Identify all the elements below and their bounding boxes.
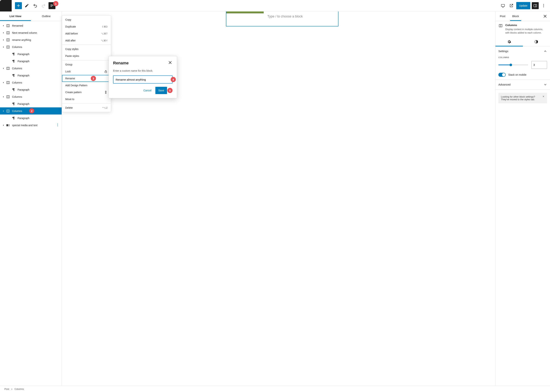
tree-item-label: Next renamed column [12,31,37,34]
tab-list-view[interactable]: List View [0,12,31,21]
ctx-item-label: Delete [65,106,73,109]
annotation-badge-1: 1 [53,1,58,6]
rename-input[interactable] [113,76,173,84]
tree-item-paragraph[interactable]: Paragraph [0,72,62,79]
cancel-button[interactable]: Cancel [141,87,154,94]
tree-item-columns[interactable]: rename anything [0,36,62,43]
ctx-item-duplicate[interactable]: Duplicate⇧⌘D [62,23,111,30]
caret-icon[interactable] [2,124,5,126]
tree-item-columns[interactable]: Columns [0,93,62,100]
ctx-item-lock[interactable]: Lock [62,68,111,75]
tree-item-paragraph[interactable]: Paragraph [0,114,62,122]
chevron-down-icon [543,83,547,86]
block-title: Columns [505,23,547,27]
close-icon [542,94,544,99]
tree-item-paragraph[interactable]: Paragraph [0,100,62,107]
settings-sidebar-toggle[interactable] [532,2,539,9]
tree-item-columns[interactable]: Columns [0,43,62,50]
tree-item-columns[interactable]: Columns [0,65,62,72]
top-toolbar: 1 Update [0,0,550,12]
annotation-badge-4: 4 [171,77,176,82]
ctx-item-label: Move to [65,98,74,101]
annotation-badge-5: 5 [167,88,173,93]
tree-item-paragraph[interactable]: Paragraph [0,58,62,65]
lock-icon [104,70,108,73]
view-post-button[interactable] [508,2,515,9]
tree-item-label: Columns [12,67,22,70]
paragraph-icon [11,52,16,56]
pattern-icon [104,91,108,94]
edit-mode-button[interactable] [23,2,30,9]
editor-main: List View Outline RenamedNext renamed co… [0,12,550,386]
ctx-item-label: Add Design Pattern [65,84,87,87]
caret-icon[interactable] [2,67,5,70]
caret-icon[interactable] [2,46,5,48]
caret-icon[interactable] [2,96,5,98]
paragraph-icon [11,73,16,78]
ctx-item-add-before[interactable]: Add before⌥⌘T [62,30,111,37]
ctx-item-label: Rename [65,77,75,80]
stack-on-mobile-toggle[interactable] [498,73,506,77]
tree-item-columns[interactable]: Next renamed column [0,29,62,36]
caret-icon[interactable] [2,32,5,34]
ctx-item-label: Group [65,63,72,66]
subtab-settings[interactable] [495,37,523,46]
ctx-item-label: Add after [65,39,76,42]
ctx-item-add-after[interactable]: Add after⌥⌘Y [62,37,111,44]
ctx-item-label: Copy styles [65,48,78,50]
block-appender-hint[interactable]: Type / to choose a block [264,12,338,26]
ctx-item-paste-styles[interactable]: Paste styles [62,53,111,59]
wp-logo[interactable] [0,0,12,12]
redo-button[interactable] [40,2,47,9]
ctx-item-copy-styles[interactable]: Copy styles [62,46,111,53]
caret-icon[interactable] [2,39,5,41]
ctx-item-rename[interactable]: Rename3 [62,75,111,82]
ctx-item-group[interactable]: Group [62,61,111,68]
block-tree: RenamedNext renamed columnrename anythin… [0,21,62,386]
media-text-icon [6,123,10,127]
rename-modal: Rename Enter a custom name for this bloc… [108,56,177,98]
preview-desktop-button[interactable] [500,2,506,9]
tree-item-columns[interactable]: Columns2 [0,107,62,114]
tab-post[interactable]: Post [498,12,507,21]
ctx-item-add-design-pattern[interactable]: Add Design Pattern [62,82,111,89]
tree-item-more[interactable] [56,123,59,127]
add-block-button[interactable] [15,2,22,9]
inspector-close-button[interactable] [542,13,549,20]
external-link-icon [509,3,514,8]
wp-icon [3,3,8,8]
breadcrumb-item[interactable]: Post [4,388,9,390]
caret-icon[interactable] [2,81,5,84]
plus-icon [16,3,21,8]
columns-slider[interactable] [498,64,528,65]
save-button[interactable]: Save [155,87,167,94]
caret-icon[interactable] [2,110,5,112]
modal-close-button[interactable] [167,59,174,66]
undo-button[interactable] [32,2,39,9]
ctx-shortcut: ^⌥Z [102,106,108,109]
columns-count-input[interactable] [531,61,547,69]
tree-item-paragraph[interactable]: Paragraph [0,50,62,58]
update-button[interactable]: Update [516,2,530,9]
tree-item-label: Columns [12,81,22,84]
breadcrumb-item[interactable]: Columns [14,388,24,390]
tab-outline[interactable]: Outline [31,12,62,21]
columns-block-placeholder[interactable]: Type / to choose a block [226,12,338,27]
more-menu-button[interactable] [540,2,547,9]
ctx-shortcut: ⌥⌘T [101,32,108,35]
tree-item-columns[interactable]: Renamed [0,22,62,29]
ctx-item-delete[interactable]: Delete^⌥Z [62,104,111,111]
tree-item-paragraph[interactable]: Paragraph [0,86,62,93]
hint-dismiss-button[interactable] [541,94,546,99]
ctx-item-copy[interactable]: Copy [62,16,111,23]
ctx-item-create-pattern[interactable]: Create pattern [62,89,111,96]
columns-icon [6,95,10,99]
caret-icon[interactable] [2,24,5,27]
tab-block[interactable]: Block [511,12,521,21]
ctx-item-move-to[interactable]: Move to [62,96,111,103]
chevron-up-icon[interactable] [543,49,547,53]
tree-item-columns[interactable]: Columns [0,79,62,86]
advanced-section[interactable]: Advanced [495,80,550,90]
subtab-styles[interactable] [523,37,550,46]
tree-item-media-text[interactable]: special media and text [0,122,62,129]
